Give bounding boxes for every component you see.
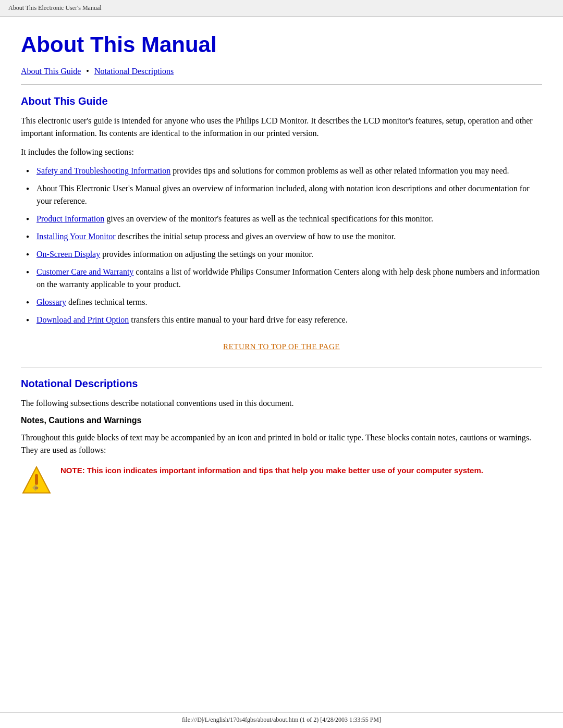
list-item: Product Information gives an overview of… bbox=[36, 213, 542, 225]
link-glossary[interactable]: Glossary bbox=[36, 298, 66, 306]
list-item-text: provides information on adjusting the se… bbox=[100, 250, 313, 258]
nav-link-notational[interactable]: Notational Descriptions bbox=[94, 67, 174, 76]
section2-para1: The following subsections describe notat… bbox=[21, 397, 542, 410]
list-item: Customer Care and Warranty contains a li… bbox=[36, 266, 542, 291]
section1-para1: This electronic user's guide is intended… bbox=[21, 115, 542, 140]
return-to-top-container: RETURN TO TOP OF THE PAGE bbox=[21, 342, 542, 351]
list-item-text: About This Electronic User's Manual give… bbox=[36, 184, 529, 205]
sections-list: Safety and Troubleshooting Information p… bbox=[36, 165, 542, 326]
list-item: About This Electronic User's Manual give… bbox=[36, 182, 542, 207]
link-on-screen-display[interactable]: On-Screen Display bbox=[36, 250, 100, 258]
list-item: On-Screen Display provides information o… bbox=[36, 248, 542, 261]
footer-text: file:///D|/L/english/170s4fgbs/about/abo… bbox=[182, 716, 381, 723]
nav-separator: • bbox=[86, 67, 89, 76]
section-notational: Notational Descriptions The following su… bbox=[21, 378, 542, 496]
return-to-top-link[interactable]: RETURN TO TOP OF THE PAGE bbox=[223, 342, 340, 351]
list-item: Glossary defines technical terms. bbox=[36, 296, 542, 309]
svg-rect-1 bbox=[35, 474, 38, 485]
list-item: Safety and Troubleshooting Information p… bbox=[36, 165, 542, 177]
link-product-info[interactable]: Product Information bbox=[36, 214, 104, 223]
notes-cautions-heading: Notes, Cautions and Warnings bbox=[21, 416, 542, 425]
browser-title-text: About This Electronic User's Manual bbox=[8, 4, 102, 11]
section-about-guide: About This Guide This electronic user's … bbox=[21, 95, 542, 351]
link-safety[interactable]: Safety and Troubleshooting Information bbox=[36, 166, 170, 175]
page-main-title: About This Manual bbox=[21, 32, 542, 57]
divider-1 bbox=[21, 84, 542, 85]
list-item: Download and Print Option transfers this… bbox=[36, 314, 542, 326]
note-box: NOTE: This icon indicates important info… bbox=[21, 465, 542, 496]
footer-bar: file:///D|/L/english/170s4fgbs/about/abo… bbox=[0, 712, 563, 724]
list-item-text: provides tips and solutions for common p… bbox=[170, 166, 509, 175]
note-icon bbox=[21, 465, 52, 496]
section-heading-notational: Notational Descriptions bbox=[21, 378, 542, 390]
section-heading-about-guide: About This Guide bbox=[21, 95, 542, 107]
divider-2 bbox=[21, 367, 542, 367]
list-item-text: describes the initial setup process and … bbox=[116, 232, 396, 241]
list-item-text: transfers this entire manual to your har… bbox=[129, 315, 347, 324]
browser-title-bar: About This Electronic User's Manual bbox=[0, 0, 563, 17]
link-download-print[interactable]: Download and Print Option bbox=[36, 315, 129, 324]
nav-link-about-guide[interactable]: About This Guide bbox=[21, 67, 81, 76]
list-item: Installing Your Monitor describes the in… bbox=[36, 230, 542, 243]
section2-para2: Throughout this guide blocks of text may… bbox=[21, 431, 542, 456]
section1-para2: It includes the following sections: bbox=[21, 146, 542, 158]
list-item-text: defines technical terms. bbox=[66, 298, 148, 306]
note-text: NOTE: This icon indicates important info… bbox=[60, 465, 483, 477]
warning-icon-svg bbox=[21, 465, 52, 496]
page-content: About This Manual About This Guide • Not… bbox=[0, 17, 563, 527]
list-item-text: gives an overview of the monitor's featu… bbox=[104, 214, 433, 223]
nav-links-bar: About This Guide • Notational Descriptio… bbox=[21, 67, 542, 76]
link-installing-monitor[interactable]: Installing Your Monitor bbox=[36, 232, 116, 241]
link-customer-care[interactable]: Customer Care and Warranty bbox=[36, 267, 133, 276]
